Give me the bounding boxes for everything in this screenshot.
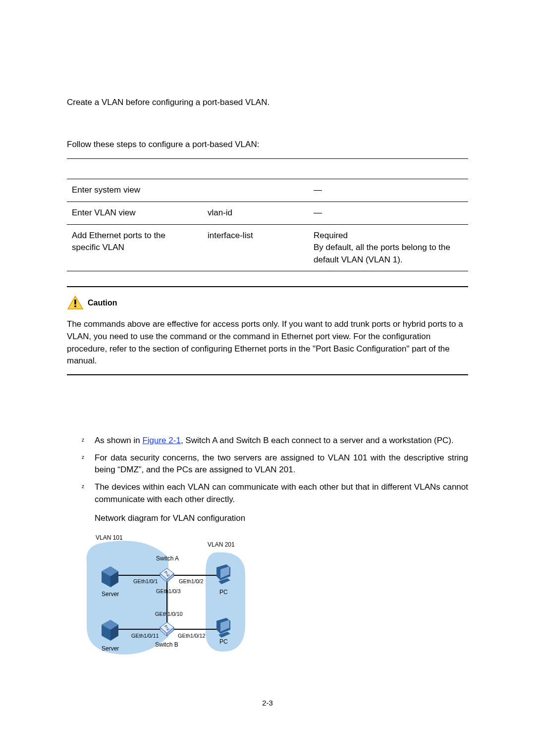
svg-text:Server: Server [102, 591, 119, 598]
svg-rect-2 [74, 305, 76, 307]
svg-text:GEth1/0/11: GEth1/0/11 [131, 633, 159, 639]
svg-text:GEth1/0/10: GEth1/0/10 [155, 611, 183, 617]
svg-text:GEth1/0/3: GEth1/0/3 [156, 588, 181, 594]
svg-text:PC: PC [219, 589, 228, 596]
requirements-list: As shown in Figure 2-1, Switch A and Swi… [67, 435, 468, 505]
table-row: Add Ethernet ports to the specific VLAN … [67, 224, 468, 271]
list-item: The devices within each VLAN can communi… [67, 481, 468, 505]
warning-triangle-icon [67, 295, 84, 310]
caution-body: The commands above are effective for acc… [67, 318, 468, 367]
config-table: Enter system view — Enter VLAN view vlan… [67, 158, 468, 271]
network-diagram: VLAN 101 VLAN 201 Switch A Switch B Serv… [82, 528, 250, 670]
figure-link[interactable]: Figure 2-1 [142, 436, 180, 445]
caution-title: Caution [88, 297, 117, 308]
svg-rect-1 [74, 300, 76, 304]
table-row: Enter VLAN view vlan-id — [67, 202, 468, 224]
table-row: Enter system view — [67, 179, 468, 202]
svg-text:Switch A: Switch A [156, 555, 179, 562]
callout-top-rule [67, 286, 468, 287]
caution-header: Caution [67, 295, 468, 310]
list-item: As shown in Figure 2-1, Switch A and Swi… [67, 435, 468, 447]
intro-note: Create a VLAN before configuring a port-… [67, 97, 468, 109]
svg-text:VLAN 201: VLAN 201 [208, 541, 235, 548]
page-number: 2-3 [67, 698, 468, 708]
intro-lead: Follow these steps to configure a port-b… [67, 139, 468, 151]
svg-text:GEth1/0/2: GEth1/0/2 [179, 578, 204, 584]
svg-text:Server: Server [102, 645, 119, 652]
svg-text:GEth1/0/1: GEth1/0/1 [133, 578, 158, 584]
svg-text:GEth1/0/12: GEth1/0/12 [178, 633, 206, 639]
svg-text:PC: PC [219, 638, 228, 645]
list-item: For data security concerns, the two serv… [67, 452, 468, 476]
figure-caption: Network diagram for VLAN configuration [67, 512, 468, 525]
page: Create a VLAN before configuring a port-… [67, 0, 468, 728]
svg-text:Switch B: Switch B [155, 641, 178, 648]
svg-text:VLAN 101: VLAN 101 [96, 534, 123, 541]
